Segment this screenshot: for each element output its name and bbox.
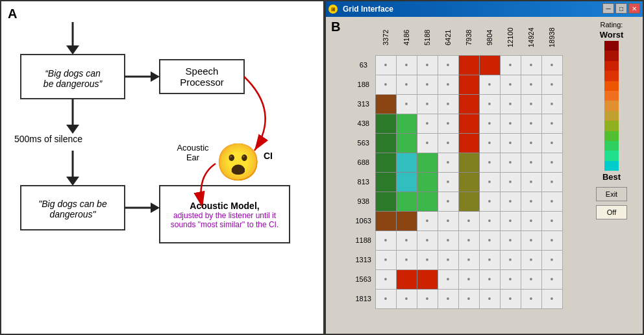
grid-cell[interactable]: • <box>479 192 500 211</box>
grid-cell[interactable]: • <box>500 94 521 114</box>
grid-cell[interactable]: • <box>521 269 541 289</box>
grid-cell[interactable] <box>417 269 438 289</box>
grid-cell[interactable]: • <box>417 55 438 75</box>
grid-cell[interactable]: • <box>500 172 521 192</box>
grid-cell[interactable]: • <box>479 269 500 289</box>
grid-cell[interactable]: • <box>500 211 521 230</box>
grid-cell[interactable] <box>458 192 479 211</box>
grid-cell[interactable] <box>458 133 479 153</box>
grid-cell[interactable] <box>396 211 417 230</box>
grid-cell[interactable] <box>375 133 396 153</box>
grid-cell[interactable]: • <box>438 269 458 289</box>
grid-cell[interactable]: • <box>417 75 438 94</box>
grid-cell[interactable]: • <box>396 230 417 250</box>
grid-cell[interactable] <box>417 192 438 211</box>
grid-cell[interactable]: • <box>500 114 521 133</box>
grid-cell[interactable] <box>375 172 396 192</box>
grid-cell[interactable]: • <box>375 75 396 94</box>
grid-cell[interactable]: • <box>500 75 521 94</box>
grid-cell[interactable]: • <box>541 250 562 269</box>
grid-cell[interactable]: • <box>541 289 562 308</box>
grid-cell[interactable] <box>375 94 396 114</box>
grid-cell[interactable]: • <box>521 153 541 172</box>
grid-cell[interactable]: • <box>375 230 396 250</box>
grid-cell[interactable]: • <box>458 250 479 269</box>
grid-cell[interactable]: • <box>521 211 541 230</box>
grid-cell[interactable] <box>396 153 417 172</box>
grid-cell[interactable] <box>396 133 417 153</box>
grid-cell[interactable]: • <box>438 153 458 172</box>
grid-cell[interactable]: • <box>541 94 562 114</box>
grid-cell[interactable]: • <box>500 250 521 269</box>
grid-cell[interactable]: • <box>521 55 541 75</box>
grid-cell[interactable]: • <box>479 250 500 269</box>
grid-cell[interactable]: • <box>521 289 541 308</box>
grid-cell[interactable] <box>396 192 417 211</box>
grid-cell[interactable]: • <box>417 289 438 308</box>
grid-cell[interactable]: • <box>479 153 500 172</box>
grid-cell[interactable]: • <box>438 55 458 75</box>
minimize-button[interactable]: ─ <box>602 3 614 14</box>
grid-cell[interactable]: • <box>479 211 500 230</box>
grid-cell[interactable]: • <box>438 211 458 230</box>
grid-cell[interactable]: • <box>438 250 458 269</box>
grid-cell[interactable] <box>396 114 417 133</box>
grid-cell[interactable]: • <box>521 172 541 192</box>
grid-cell[interactable] <box>375 114 396 133</box>
grid-cell[interactable] <box>479 55 500 75</box>
grid-cell[interactable]: • <box>396 55 417 75</box>
grid-cell[interactable]: • <box>500 133 521 153</box>
grid-cell[interactable] <box>458 114 479 133</box>
grid-cell[interactable]: • <box>541 55 562 75</box>
grid-cell[interactable]: • <box>458 289 479 308</box>
grid-cell[interactable]: • <box>541 75 562 94</box>
grid-cell[interactable]: • <box>541 211 562 230</box>
grid-cell[interactable]: • <box>479 133 500 153</box>
grid-cell[interactable] <box>458 172 479 192</box>
grid-cell[interactable]: • <box>521 94 541 114</box>
grid-cell[interactable]: • <box>500 269 521 289</box>
exit-button[interactable]: Exit <box>596 187 627 201</box>
grid-cell[interactable]: • <box>500 230 521 250</box>
grid-cell[interactable]: • <box>396 289 417 308</box>
grid-cell[interactable] <box>375 153 396 172</box>
grid-cell[interactable]: • <box>479 114 500 133</box>
grid-cell[interactable]: • <box>438 114 458 133</box>
grid-cell[interactable] <box>417 172 438 192</box>
grid-cell[interactable]: • <box>541 133 562 153</box>
grid-cell[interactable]: • <box>479 94 500 114</box>
grid-cell[interactable]: • <box>500 153 521 172</box>
grid-cell[interactable]: • <box>438 133 458 153</box>
maximize-button[interactable]: □ <box>615 3 627 14</box>
grid-cell[interactable]: • <box>500 289 521 308</box>
grid-cell[interactable]: • <box>438 75 458 94</box>
grid-cell[interactable] <box>396 172 417 192</box>
grid-cell[interactable]: • <box>541 230 562 250</box>
off-button[interactable]: Off <box>596 205 627 219</box>
grid-cell[interactable] <box>375 192 396 211</box>
grid-cell[interactable]: • <box>521 250 541 269</box>
grid-cell[interactable]: • <box>458 269 479 289</box>
grid-cell[interactable]: • <box>417 94 438 114</box>
grid-cell[interactable]: • <box>417 133 438 153</box>
grid-cell[interactable]: • <box>375 55 396 75</box>
close-button[interactable]: ✕ <box>628 3 640 14</box>
grid-cell[interactable]: • <box>438 172 458 192</box>
grid-cell[interactable]: • <box>521 114 541 133</box>
grid-cell[interactable]: • <box>458 211 479 230</box>
grid-cell[interactable]: • <box>417 230 438 250</box>
grid-cell[interactable]: • <box>541 153 562 172</box>
grid-cell[interactable]: • <box>479 230 500 250</box>
grid-cell[interactable]: • <box>417 211 438 230</box>
grid-cell[interactable]: • <box>438 230 458 250</box>
grid-cell[interactable]: • <box>521 133 541 153</box>
grid-cell[interactable]: • <box>375 250 396 269</box>
grid-cell[interactable]: • <box>479 289 500 308</box>
grid-cell[interactable] <box>458 153 479 172</box>
grid-cell[interactable]: • <box>396 94 417 114</box>
grid-cell[interactable]: • <box>375 269 396 289</box>
grid-cell[interactable]: • <box>479 75 500 94</box>
grid-cell[interactable]: • <box>479 172 500 192</box>
grid-cell[interactable]: • <box>438 289 458 308</box>
grid-cell[interactable]: • <box>417 114 438 133</box>
